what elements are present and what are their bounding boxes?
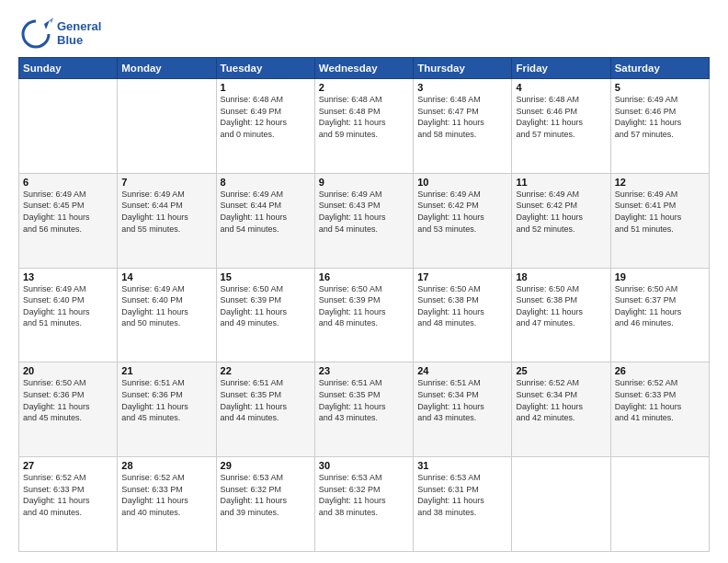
header-sunday: Sunday <box>19 58 118 79</box>
day-number: 15 <box>221 271 311 282</box>
logo: GeneralBlue <box>18 17 101 52</box>
day-info: Sunrise: 6:49 AM Sunset: 6:43 PM Dayligh… <box>319 189 409 235</box>
header-friday: Friday <box>512 58 610 79</box>
day-info: Sunrise: 6:52 AM Sunset: 6:33 PM Dayligh… <box>23 472 113 518</box>
header: GeneralBlue <box>18 17 710 52</box>
day-number: 3 <box>417 82 507 93</box>
calendar-cell: 24Sunrise: 6:51 AM Sunset: 6:34 PM Dayli… <box>414 362 512 457</box>
calendar-cell: 26Sunrise: 6:52 AM Sunset: 6:33 PM Dayli… <box>610 362 709 457</box>
day-number: 23 <box>319 365 409 376</box>
calendar-cell: 10Sunrise: 6:49 AM Sunset: 6:42 PM Dayli… <box>414 173 512 268</box>
day-number: 9 <box>319 177 409 188</box>
day-info: Sunrise: 6:51 AM Sunset: 6:36 PM Dayligh… <box>121 377 211 423</box>
day-number: 2 <box>319 82 409 93</box>
header-thursday: Thursday <box>414 58 512 79</box>
day-number: 8 <box>221 177 311 188</box>
day-info: Sunrise: 6:49 AM Sunset: 6:42 PM Dayligh… <box>417 189 507 235</box>
day-info: Sunrise: 6:50 AM Sunset: 6:38 PM Dayligh… <box>417 283 507 329</box>
day-number: 28 <box>121 460 211 471</box>
week-row-0: 1Sunrise: 6:48 AM Sunset: 6:49 PM Daylig… <box>19 79 710 174</box>
day-number: 30 <box>319 460 409 471</box>
calendar-cell: 22Sunrise: 6:51 AM Sunset: 6:35 PM Dayli… <box>216 362 314 457</box>
day-number: 24 <box>417 365 507 376</box>
day-info: Sunrise: 6:49 AM Sunset: 6:40 PM Dayligh… <box>23 283 113 329</box>
day-number: 27 <box>23 460 113 471</box>
day-number: 19 <box>615 271 705 282</box>
calendar-cell: 20Sunrise: 6:50 AM Sunset: 6:36 PM Dayli… <box>19 362 118 457</box>
day-info: Sunrise: 6:52 AM Sunset: 6:34 PM Dayligh… <box>516 377 606 423</box>
day-info: Sunrise: 6:49 AM Sunset: 6:44 PM Dayligh… <box>121 189 211 235</box>
calendar: SundayMondayTuesdayWednesdayThursdayFrid… <box>18 57 710 552</box>
day-info: Sunrise: 6:51 AM Sunset: 6:35 PM Dayligh… <box>319 377 409 423</box>
calendar-cell: 27Sunrise: 6:52 AM Sunset: 6:33 PM Dayli… <box>19 457 118 552</box>
day-info: Sunrise: 6:50 AM Sunset: 6:36 PM Dayligh… <box>23 377 113 423</box>
week-row-4: 27Sunrise: 6:52 AM Sunset: 6:33 PM Dayli… <box>19 457 710 552</box>
day-number: 6 <box>23 177 113 188</box>
week-row-3: 20Sunrise: 6:50 AM Sunset: 6:36 PM Dayli… <box>19 362 710 457</box>
day-info: Sunrise: 6:50 AM Sunset: 6:39 PM Dayligh… <box>319 283 409 329</box>
header-wednesday: Wednesday <box>314 58 413 79</box>
day-number: 25 <box>516 365 606 376</box>
calendar-cell: 31Sunrise: 6:53 AM Sunset: 6:31 PM Dayli… <box>414 457 512 552</box>
logo-svg <box>18 17 53 52</box>
calendar-cell: 5Sunrise: 6:49 AM Sunset: 6:46 PM Daylig… <box>610 79 709 174</box>
calendar-cell: 11Sunrise: 6:49 AM Sunset: 6:42 PM Dayli… <box>512 173 610 268</box>
day-number: 21 <box>121 365 211 376</box>
calendar-cell: 15Sunrise: 6:50 AM Sunset: 6:39 PM Dayli… <box>216 268 314 362</box>
header-saturday: Saturday <box>610 58 709 79</box>
day-number: 26 <box>615 365 705 376</box>
day-info: Sunrise: 6:49 AM Sunset: 6:41 PM Dayligh… <box>615 189 705 235</box>
calendar-cell: 23Sunrise: 6:51 AM Sunset: 6:35 PM Dayli… <box>314 362 413 457</box>
week-row-1: 6Sunrise: 6:49 AM Sunset: 6:45 PM Daylig… <box>19 173 710 268</box>
calendar-header-row: SundayMondayTuesdayWednesdayThursdayFrid… <box>19 58 710 79</box>
day-number: 5 <box>615 82 705 93</box>
day-number: 20 <box>23 365 113 376</box>
page: GeneralBlue SundayMondayTuesdayWednesday… <box>0 0 728 563</box>
day-number: 31 <box>417 460 507 471</box>
logo-text: GeneralBlue <box>57 20 101 48</box>
day-info: Sunrise: 6:52 AM Sunset: 6:33 PM Dayligh… <box>615 377 705 423</box>
day-number: 7 <box>121 177 211 188</box>
calendar-cell: 29Sunrise: 6:53 AM Sunset: 6:32 PM Dayli… <box>216 457 314 552</box>
calendar-cell: 17Sunrise: 6:50 AM Sunset: 6:38 PM Dayli… <box>414 268 512 362</box>
calendar-cell: 2Sunrise: 6:48 AM Sunset: 6:48 PM Daylig… <box>314 79 413 174</box>
calendar-cell: 28Sunrise: 6:52 AM Sunset: 6:33 PM Dayli… <box>118 457 216 552</box>
day-info: Sunrise: 6:51 AM Sunset: 6:35 PM Dayligh… <box>221 377 311 423</box>
day-number: 12 <box>615 177 705 188</box>
header-tuesday: Tuesday <box>216 58 314 79</box>
calendar-cell: 21Sunrise: 6:51 AM Sunset: 6:36 PM Dayli… <box>118 362 216 457</box>
day-info: Sunrise: 6:50 AM Sunset: 6:39 PM Dayligh… <box>221 283 311 329</box>
day-info: Sunrise: 6:49 AM Sunset: 6:42 PM Dayligh… <box>516 189 606 235</box>
calendar-cell <box>610 457 709 552</box>
calendar-cell: 16Sunrise: 6:50 AM Sunset: 6:39 PM Dayli… <box>314 268 413 362</box>
calendar-cell <box>19 79 118 174</box>
day-info: Sunrise: 6:53 AM Sunset: 6:32 PM Dayligh… <box>221 472 311 518</box>
day-info: Sunrise: 6:52 AM Sunset: 6:33 PM Dayligh… <box>121 472 211 518</box>
day-number: 10 <box>417 177 507 188</box>
calendar-cell: 9Sunrise: 6:49 AM Sunset: 6:43 PM Daylig… <box>314 173 413 268</box>
day-info: Sunrise: 6:53 AM Sunset: 6:31 PM Dayligh… <box>417 472 507 518</box>
day-info: Sunrise: 6:48 AM Sunset: 6:47 PM Dayligh… <box>417 94 507 140</box>
calendar-cell <box>512 457 610 552</box>
day-number: 13 <box>23 271 113 282</box>
calendar-cell: 30Sunrise: 6:53 AM Sunset: 6:32 PM Dayli… <box>314 457 413 552</box>
calendar-cell: 8Sunrise: 6:49 AM Sunset: 6:44 PM Daylig… <box>216 173 314 268</box>
calendar-cell: 19Sunrise: 6:50 AM Sunset: 6:37 PM Dayli… <box>610 268 709 362</box>
day-info: Sunrise: 6:49 AM Sunset: 6:44 PM Dayligh… <box>221 189 311 235</box>
day-number: 18 <box>516 271 606 282</box>
calendar-cell: 13Sunrise: 6:49 AM Sunset: 6:40 PM Dayli… <box>19 268 118 362</box>
day-info: Sunrise: 6:49 AM Sunset: 6:46 PM Dayligh… <box>615 94 705 140</box>
calendar-cell: 7Sunrise: 6:49 AM Sunset: 6:44 PM Daylig… <box>118 173 216 268</box>
calendar-cell <box>118 79 216 174</box>
day-info: Sunrise: 6:50 AM Sunset: 6:38 PM Dayligh… <box>516 283 606 329</box>
day-number: 22 <box>221 365 311 376</box>
day-info: Sunrise: 6:50 AM Sunset: 6:37 PM Dayligh… <box>615 283 705 329</box>
day-number: 29 <box>221 460 311 471</box>
day-info: Sunrise: 6:49 AM Sunset: 6:45 PM Dayligh… <box>23 189 113 235</box>
calendar-cell: 25Sunrise: 6:52 AM Sunset: 6:34 PM Dayli… <box>512 362 610 457</box>
day-number: 11 <box>516 177 606 188</box>
calendar-cell: 12Sunrise: 6:49 AM Sunset: 6:41 PM Dayli… <box>610 173 709 268</box>
week-row-2: 13Sunrise: 6:49 AM Sunset: 6:40 PM Dayli… <box>19 268 710 362</box>
day-info: Sunrise: 6:48 AM Sunset: 6:48 PM Dayligh… <box>319 94 409 140</box>
day-info: Sunrise: 6:48 AM Sunset: 6:49 PM Dayligh… <box>221 94 311 140</box>
